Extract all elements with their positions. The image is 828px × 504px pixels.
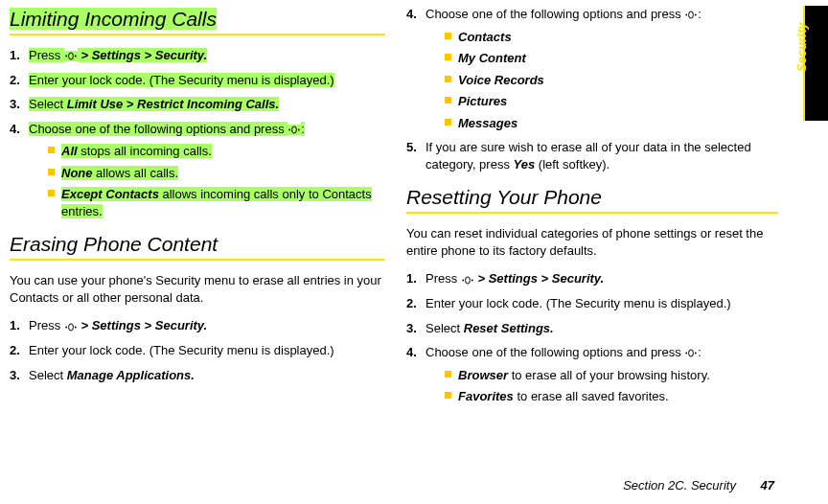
ok-key-icon bbox=[288, 125, 301, 135]
svg-point-4 bbox=[289, 128, 291, 130]
step-text-bold: > Settings > Security. bbox=[474, 271, 604, 286]
svg-point-15 bbox=[689, 350, 694, 356]
list-item: My Content bbox=[445, 50, 778, 67]
list-item: All stops all incoming calls. bbox=[48, 143, 385, 160]
list-item: Browser to erase all of your browsing hi… bbox=[445, 367, 778, 384]
right-column: Choose one of the following options and … bbox=[402, 6, 795, 504]
step-item: Select Manage Applications. bbox=[10, 367, 385, 384]
steps-erasing-content: Press > Settings > Security. Enter your … bbox=[10, 317, 385, 383]
heading-resetting-phone: Resetting Your Phone bbox=[406, 186, 778, 214]
ok-key-icon bbox=[684, 10, 698, 20]
page-number: 47 bbox=[761, 478, 774, 493]
option-bold: Pictures bbox=[458, 94, 507, 108]
steps-limiting-calls: Press > Settings > Security. Enter your … bbox=[10, 47, 385, 219]
step-text: Press bbox=[29, 48, 64, 62]
svg-point-7 bbox=[65, 326, 67, 328]
heading-erasing-content: Erasing Phone Content bbox=[10, 233, 385, 261]
page-content: Limiting Incoming Calls Press > Settings… bbox=[0, 0, 828, 504]
svg-point-14 bbox=[472, 279, 473, 281]
step-item: Choose one of the following options and … bbox=[10, 121, 385, 220]
svg-point-17 bbox=[695, 353, 697, 355]
svg-point-9 bbox=[689, 11, 694, 18]
step-item: Press > Settings > Security. bbox=[10, 317, 385, 334]
step-text: Press bbox=[426, 271, 461, 286]
step-item: Choose one of the following options and … bbox=[406, 6, 778, 131]
svg-point-5 bbox=[298, 128, 300, 130]
svg-point-10 bbox=[686, 14, 688, 16]
option-bold: Messages bbox=[458, 116, 518, 130]
option-text: stops all incoming calls. bbox=[78, 144, 212, 158]
body-paragraph: You can reset individual categories of p… bbox=[406, 225, 778, 259]
svg-point-3 bbox=[292, 126, 297, 133]
svg-point-13 bbox=[462, 279, 464, 281]
option-bold: Favorites bbox=[458, 389, 514, 403]
step-item: Press > Settings > Security. bbox=[406, 270, 778, 287]
step-text: Select bbox=[29, 97, 67, 111]
ok-key-icon bbox=[684, 348, 698, 358]
step-text: Enter your lock code. (The Security menu… bbox=[426, 296, 731, 310]
list-item: Voice Records bbox=[445, 72, 778, 89]
options-list: Contacts My Content Voice Records Pictur… bbox=[426, 29, 778, 132]
body-paragraph: You can use your phone's Security menu t… bbox=[10, 272, 385, 306]
list-item: Pictures bbox=[445, 93, 778, 110]
option-text: to erase all saved favorites. bbox=[514, 389, 669, 403]
list-item: Messages bbox=[445, 115, 778, 132]
heading-text: Limiting Incoming Calls bbox=[10, 8, 217, 30]
option-bold: My Content bbox=[458, 51, 526, 65]
list-item: Favorites to erase all saved favorites. bbox=[445, 388, 778, 405]
svg-point-16 bbox=[686, 353, 688, 355]
option-bold: None bbox=[61, 166, 93, 180]
options-list: Browser to erase all of your browsing hi… bbox=[426, 367, 778, 405]
step-text: Select bbox=[29, 368, 67, 382]
step-text: : bbox=[301, 122, 305, 136]
step-item: Press > Settings > Security. bbox=[10, 47, 385, 64]
page-footer: Section 2C. Security 47 bbox=[623, 478, 774, 493]
ok-key-icon bbox=[64, 322, 78, 332]
step-text-bold: Limit Use > Restrict Incoming Calls. bbox=[67, 97, 279, 111]
step-text: Select bbox=[426, 321, 464, 335]
step-text: Enter your lock code. (The Security menu… bbox=[29, 73, 334, 87]
step-item: Enter your lock code. (The Security menu… bbox=[406, 295, 778, 312]
step-text: Press bbox=[29, 318, 64, 332]
left-column: Limiting Incoming Calls Press > Settings… bbox=[10, 6, 402, 504]
ok-key-icon bbox=[64, 51, 78, 61]
svg-point-12 bbox=[465, 276, 470, 283]
option-bold: Voice Records bbox=[458, 73, 544, 87]
step-text: Enter your lock code. (The Security menu… bbox=[29, 343, 334, 357]
list-item: Contacts bbox=[445, 29, 778, 46]
options-list: All stops all incoming calls. None allow… bbox=[29, 143, 385, 219]
step-item: Select Limit Use > Restrict Incoming Cal… bbox=[10, 96, 385, 113]
option-bold: Browser bbox=[458, 368, 508, 382]
svg-point-1 bbox=[65, 56, 67, 57]
step-text: Choose one of the following options and … bbox=[426, 345, 684, 359]
svg-point-2 bbox=[75, 56, 77, 57]
step-text: Choose one of the following options and … bbox=[29, 122, 288, 136]
svg-point-8 bbox=[75, 326, 77, 328]
step-item: Choose one of the following options and … bbox=[406, 344, 778, 405]
section-tab-label: Security bbox=[795, 22, 809, 72]
section-tab: Security bbox=[803, 6, 828, 121]
list-item: None allows all calls. bbox=[48, 165, 385, 182]
option-text: allows all calls. bbox=[93, 166, 179, 180]
step-text: : bbox=[698, 7, 702, 21]
svg-point-11 bbox=[695, 14, 697, 16]
step-item: If you are sure wish to erase all of you… bbox=[406, 139, 778, 172]
heading-limiting-calls: Limiting Incoming Calls bbox=[10, 8, 385, 35]
option-text: to erase all of your browsing history. bbox=[508, 368, 710, 382]
option-bold: Except Contacts bbox=[61, 187, 159, 201]
option-bold: All bbox=[61, 144, 78, 158]
step-text-bold: > Settings > Security. bbox=[78, 48, 207, 62]
svg-point-0 bbox=[68, 53, 73, 59]
option-bold: Contacts bbox=[458, 30, 512, 44]
footer-section: Section 2C. Security bbox=[623, 478, 736, 493]
list-item: Except Contacts allows incoming calls on… bbox=[48, 186, 385, 219]
ok-key-icon bbox=[461, 275, 474, 286]
step-item: Select Reset Settings. bbox=[406, 320, 778, 337]
yes-softkey: Yes bbox=[514, 157, 536, 172]
step-text: Choose one of the following options and … bbox=[426, 7, 684, 21]
step-text-bold: Manage Applications. bbox=[67, 368, 195, 382]
step-text-bold: Reset Settings. bbox=[464, 321, 554, 335]
svg-point-6 bbox=[68, 323, 73, 330]
steps-erase-continued: Choose one of the following options and … bbox=[406, 6, 778, 172]
step-item: Enter your lock code. (The Security menu… bbox=[10, 72, 385, 89]
